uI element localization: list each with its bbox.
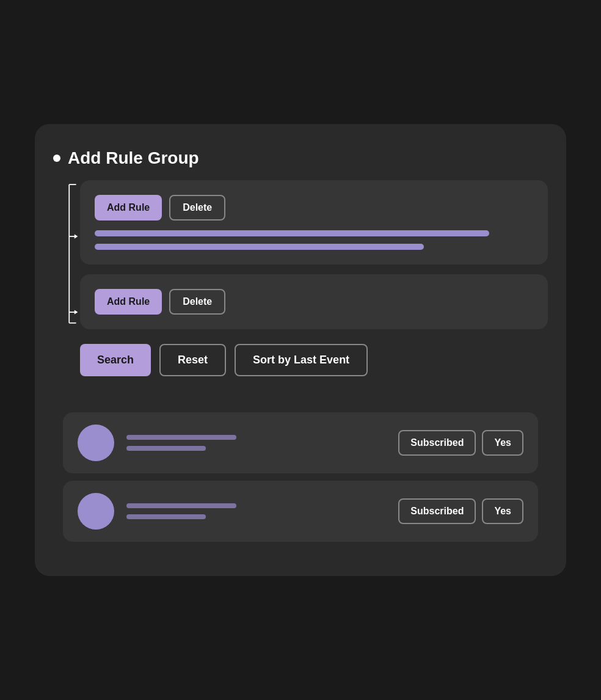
rule-bar-1-2 [95,244,424,250]
bracket-line [53,180,80,388]
search-button[interactable]: Search [80,344,151,376]
info-bar-1-2 [126,446,206,451]
subscribed-button-2[interactable]: Subscribed [398,498,476,524]
result-card-1: Subscribed Yes [63,412,538,473]
svg-marker-5 [75,310,78,315]
title-bullet [53,155,60,162]
result-actions-1: Subscribed Yes [398,430,523,456]
results-section: Subscribed Yes Subscribed Yes [53,403,548,552]
avatar-1 [78,425,114,461]
result-info-2 [126,503,386,519]
sort-button[interactable]: Sort by Last Event [235,344,368,376]
top-section: Add Rule Group [53,148,548,388]
rule-groups-content: Add Rule Delete Add Rule Delete [80,180,548,388]
rule-groups-wrapper: Add Rule Delete Add Rule Delete [53,180,548,388]
reset-button[interactable]: Reset [159,344,226,376]
subscribed-button-1[interactable]: Subscribed [398,430,476,456]
result-card-2: Subscribed Yes [63,481,538,542]
delete-button-1[interactable]: Delete [169,195,225,221]
add-rule-button-1[interactable]: Add Rule [95,195,162,221]
rule-bars-1 [95,230,533,250]
delete-button-2[interactable]: Delete [169,289,225,315]
info-bar-1-1 [126,435,236,440]
rule-group-2-buttons: Add Rule Delete [95,289,533,315]
info-bar-2-1 [126,503,236,508]
rule-bar-1-1 [95,230,489,236]
info-bar-2-2 [126,514,206,519]
rule-group-card-2: Add Rule Delete [80,274,548,329]
action-buttons: Search Reset Sort by Last Event [80,344,548,376]
title-row: Add Rule Group [53,148,548,168]
svg-marker-3 [75,235,78,239]
yes-button-1[interactable]: Yes [482,430,523,456]
rule-group-card-1: Add Rule Delete [80,180,548,264]
page-title: Add Rule Group [68,148,199,168]
rule-group-1-buttons: Add Rule Delete [95,195,533,221]
add-rule-button-2[interactable]: Add Rule [95,289,162,315]
result-actions-2: Subscribed Yes [398,498,523,524]
avatar-2 [78,493,114,530]
yes-button-2[interactable]: Yes [482,498,523,524]
main-container: Add Rule Group [35,124,566,576]
result-info-1 [126,435,386,451]
